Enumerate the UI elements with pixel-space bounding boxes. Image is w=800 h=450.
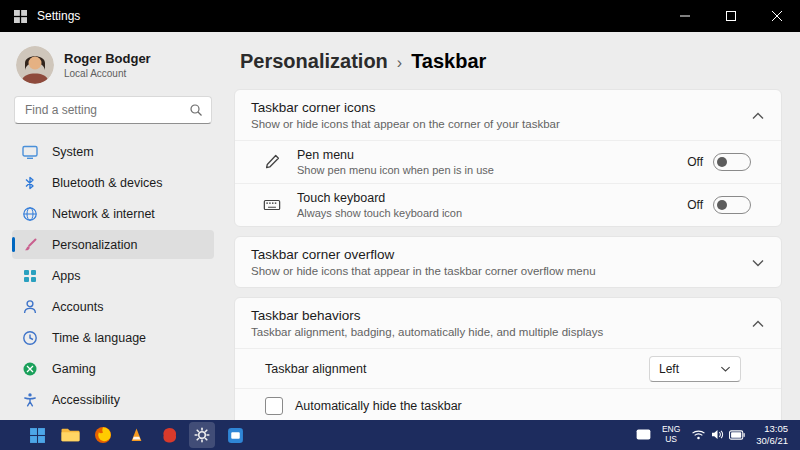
account-type: Local Account (64, 68, 151, 79)
xbox-gaming-icon (22, 361, 38, 377)
os-taskbar: ENG US 13:05 30/6/21 (0, 420, 800, 450)
title-bar: Settings (0, 0, 800, 32)
sidebar-item-gaming[interactable]: Gaming (12, 354, 214, 383)
breadcrumb-personalization[interactable]: Personalization (240, 50, 388, 73)
firefox-icon[interactable] (90, 422, 116, 448)
clock-icon (22, 330, 38, 346)
sidebar-item-bluetooth-devices[interactable]: Bluetooth & devices (12, 168, 214, 197)
main-content: Personalization › Taskbar Taskbar corner… (226, 32, 800, 420)
network-globe-icon (22, 206, 38, 222)
sidebar-item-personalization[interactable]: Personalization (12, 230, 214, 259)
settings-sidebar: Roger Bodger Local Account System Blueto… (0, 32, 226, 420)
system-icon (22, 144, 38, 160)
search-input[interactable] (14, 96, 212, 124)
card-taskbar-corner-icons: Taskbar corner icons Show or hide icons … (234, 89, 782, 227)
minimize-button[interactable] (662, 0, 708, 32)
chevron-up-icon[interactable] (751, 109, 765, 121)
sidebar-item-apps[interactable]: Apps (12, 261, 214, 290)
sidebar-item-network-internet[interactable]: Network & internet (12, 199, 214, 228)
settings-app-icon (14, 10, 27, 23)
settings-row-auto-hide-taskbar: Automatically hide the taskbar (235, 388, 781, 420)
start-button[interactable] (24, 422, 50, 448)
expander-taskbar-corner-icons[interactable]: Taskbar corner icons Show or hide icons … (235, 90, 781, 140)
date: 30/6/21 (756, 435, 788, 447)
sidebar-nav: System Bluetooth & devices Network & int… (12, 136, 214, 450)
user-name: Roger Bodger (64, 51, 151, 66)
settings-row-touch-keyboard: Touch keyboard Always show touch keyboar… (235, 183, 781, 226)
apps-grid-icon (22, 268, 38, 284)
pen-menu-state-label: Off (687, 155, 703, 169)
pen-menu-toggle[interactable] (713, 153, 751, 171)
breadcrumb-separator: › (397, 52, 402, 72)
file-explorer-icon[interactable] (57, 422, 83, 448)
volume-icon (711, 428, 724, 443)
settings-taskbar-icon[interactable] (189, 422, 215, 448)
maximize-button[interactable] (708, 0, 754, 32)
expander-taskbar-behaviors[interactable]: Taskbar behaviors Taskbar alignment, bad… (235, 298, 781, 348)
personalization-icon (22, 237, 38, 253)
settings-row-taskbar-alignment: Taskbar alignment Left (235, 348, 781, 388)
page-title: Taskbar (411, 50, 486, 73)
gear-icon (194, 427, 210, 443)
language-indicator[interactable]: ENG US (662, 425, 680, 445)
blue-app-icon[interactable] (222, 422, 248, 448)
taskbar-alignment-value: Left (659, 362, 679, 376)
touch-keyboard-state-label: Off (687, 198, 703, 212)
auto-hide-taskbar-checkbox[interactable] (265, 397, 283, 415)
chevron-down-icon[interactable] (751, 256, 765, 268)
touch-keyboard-icon (263, 196, 281, 214)
card-taskbar-corner-overflow: Taskbar corner overflow Show or hide ico… (234, 236, 782, 288)
chevron-up-icon[interactable] (751, 317, 765, 329)
breadcrumb: Personalization › Taskbar (240, 50, 782, 73)
red-app-icon[interactable] (156, 422, 182, 448)
system-tray-status[interactable] (691, 428, 745, 443)
accounts-person-icon (22, 299, 38, 315)
chevron-down-icon (720, 365, 731, 373)
sidebar-item-accessibility[interactable]: Accessibility (12, 385, 214, 414)
battery-icon (729, 428, 745, 443)
close-button[interactable] (754, 0, 800, 32)
avatar (16, 46, 54, 84)
card-taskbar-behaviors: Taskbar behaviors Taskbar alignment, bad… (234, 297, 782, 420)
sidebar-item-time-language[interactable]: Time & language (12, 323, 214, 352)
sidebar-item-system[interactable]: System (12, 137, 214, 166)
wifi-icon (691, 428, 706, 443)
time: 13:05 (756, 423, 788, 435)
clock[interactable]: 13:05 30/6/21 (756, 423, 788, 447)
bluetooth-icon (22, 175, 38, 191)
windows-logo-icon (29, 427, 46, 444)
tray-app-icon[interactable] (636, 428, 651, 443)
taskbar-alignment-dropdown[interactable]: Left (649, 356, 741, 382)
search-icon (189, 103, 203, 120)
accessibility-person-icon (22, 392, 38, 408)
user-profile[interactable]: Roger Bodger Local Account (12, 42, 214, 94)
media-player-cone-icon[interactable] (123, 422, 149, 448)
pen-icon (263, 153, 281, 171)
expander-taskbar-corner-overflow[interactable]: Taskbar corner overflow Show or hide ico… (235, 237, 781, 287)
touch-keyboard-toggle[interactable] (713, 196, 751, 214)
window-title: Settings (37, 9, 80, 23)
settings-row-pen-menu: Pen menu Show pen menu icon when pen is … (235, 140, 781, 183)
sidebar-item-accounts[interactable]: Accounts (12, 292, 214, 321)
